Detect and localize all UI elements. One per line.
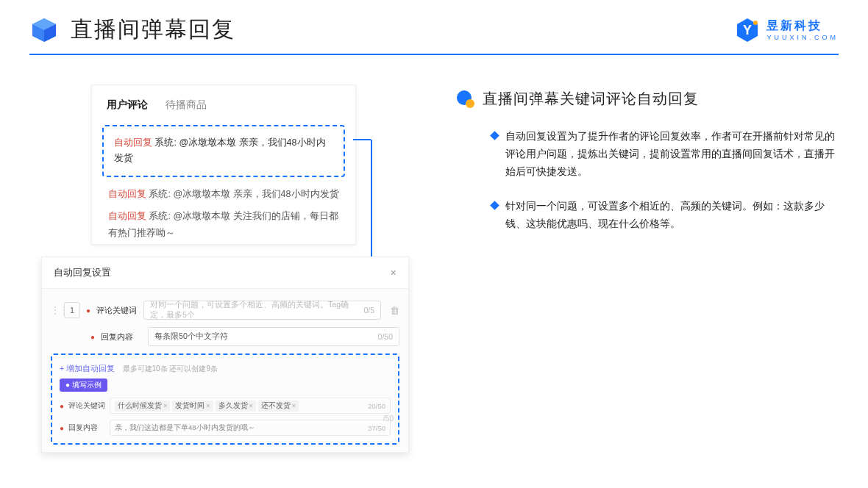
example-reply-input[interactable]: 亲，我们这边都是下单48小时内发货的哦～ 37/50 — [110, 420, 391, 436]
brand-name: 昱新科技 — [766, 18, 839, 34]
cube-icon — [29, 15, 59, 45]
close-icon[interactable]: × — [391, 267, 396, 279]
reply-label: 回复内容 — [101, 331, 142, 342]
comments-card: 用户评论 待播商品 自动回复 系统: @冰墩墩本墩 亲亲，我们48小时内发货 自… — [91, 85, 356, 245]
left-column: 用户评论 待播商品 自动回复 系统: @冰墩墩本墩 亲亲，我们48小时内发货 自… — [44, 85, 412, 453]
brand-logo: Y 昱新科技 YUUXIN.COM — [734, 17, 839, 43]
example-badge: ● 填写示例 — [60, 378, 107, 392]
tag-remove-icon[interactable]: × — [249, 402, 253, 409]
tag-remove-icon[interactable]: × — [163, 402, 167, 409]
settings-body: ⋮⋮ 1 ● 评论关键词 对同一个问题，可设置多个相近、高频的关键词。Tag确定… — [42, 289, 408, 452]
order-number: 1 — [64, 302, 80, 318]
add-hint: 最多可建10条 还可以创建9条 — [123, 365, 218, 373]
required-icon: ● — [60, 424, 64, 432]
auto-reply-settings-card: 自动回复设置 × ⋮⋮ 1 ● 评论关键词 对同一个问题，可设置多个相近、高频的… — [41, 256, 409, 453]
comment-text: @冰墩墩本墩 亲亲，我们48小时内发货 — [173, 189, 338, 199]
example-reply-text: 亲，我们这边都是下单48小时内发货的哦～ — [115, 423, 255, 433]
example-keyword-label: 评论关键词 — [68, 401, 105, 411]
bullet-item: 针对同一个问题，可设置多个相近的、高频的关键词。例如：这款多少钱、这块能优惠吗、… — [456, 198, 839, 233]
reply-input[interactable]: 每条限50个中文字符 0/50 — [148, 327, 399, 346]
required-icon: ● — [90, 333, 95, 341]
brand-url: YUUXIN.COM — [766, 34, 839, 41]
keyword-tag[interactable]: 多久发货× — [216, 401, 256, 412]
settings-header: 自动回复设置 × — [42, 257, 408, 289]
bullet-text: 针对同一个问题，可设置多个相近的、高频的关键词。例如：这款多少钱、这块能优惠吗、… — [505, 198, 839, 233]
system-prefix: 系统: — [149, 211, 170, 221]
system-prefix: 系统: — [154, 137, 176, 148]
brand-hex-icon: Y — [734, 17, 761, 43]
main-content: 用户评论 待播商品 自动回复 系统: @冰墩墩本墩 亲亲，我们48小时内发货 自… — [0, 55, 868, 453]
page-header: 直播间弹幕回复 Y 昱新科技 YUUXIN.COM — [0, 0, 868, 45]
example-keyword-row: ● 评论关键词 什么时候发货×发货时间×多久发货×还不发货× 20/50 — [60, 398, 391, 414]
keyword-tag[interactable]: 发货时间× — [172, 401, 213, 412]
input-counter: 37/50 — [368, 424, 385, 432]
keyword-tag[interactable]: 还不发货× — [258, 401, 299, 412]
section-heading: 直播间弹幕关键词评论自动回复 — [456, 89, 839, 109]
comment-row: 自动回复 系统: @冰墩墩本墩 关注我们的店铺，每日都有热门推荐呦～ — [92, 205, 355, 244]
keyword-row: ⋮⋮ 1 ● 评论关键词 对同一个问题，可设置多个相近、高频的关键词。Tag确定… — [51, 301, 399, 320]
auto-reply-tag: 自动回复 — [108, 211, 146, 221]
drag-handle-icon[interactable]: ⋮⋮ — [51, 305, 58, 315]
example-block: + 增加自动回复 最多可建10条 还可以创建9条 ● 填写示例 ● 评论关键词 … — [51, 354, 399, 445]
bullet-text: 自动回复设置为了提升作者的评论回复效率，作者可在开播前针对常见的评论用户问题，提… — [505, 128, 839, 180]
reply-row: ● 回复内容 每条限50个中文字符 0/50 — [90, 327, 399, 346]
input-counter: 0/5 — [363, 306, 374, 315]
input-counter: 0/50 — [378, 332, 393, 341]
trash-icon[interactable]: 🗑 — [390, 305, 399, 316]
required-icon: ● — [86, 306, 90, 315]
svg-point-5 — [753, 21, 758, 25]
right-column: 直播间弹幕关键词评论自动回复 自动回复设置为了提升作者的评论回复效率，作者可在开… — [456, 85, 839, 453]
example-reply-row: ● 回复内容 亲，我们这边都是下单48小时内发货的哦～ 37/50 — [60, 420, 391, 436]
keyword-input[interactable]: 对同一个问题，可设置多个相近、高频的关键词。Tag确定，最多5个 0/5 — [143, 301, 381, 320]
diamond-icon — [490, 201, 499, 211]
diamond-icon — [490, 131, 499, 140]
tab-products[interactable]: 待播商品 — [166, 98, 207, 112]
svg-point-7 — [466, 99, 474, 108]
input-placeholder: 对同一个问题，可设置多个相近、高频的关键词。Tag确定，最多5个 — [150, 300, 363, 320]
tag-list: 什么时候发货×发货时间×多久发货×还不发货× — [115, 401, 301, 412]
chat-bubble-icon — [456, 90, 475, 109]
tag-remove-icon[interactable]: × — [206, 402, 210, 409]
system-prefix: 系统: — [149, 189, 170, 199]
bullet-item: 自动回复设置为了提升作者的评论回复效率，作者可在开播前针对常见的评论用户问题，提… — [456, 128, 839, 180]
add-auto-reply-link[interactable]: + 增加自动回复 — [60, 364, 115, 373]
settings-title: 自动回复设置 — [54, 266, 111, 279]
connector-line — [353, 139, 371, 140]
auto-reply-tag: 自动回复 — [108, 189, 146, 199]
keyword-tag[interactable]: 什么时候发货× — [115, 401, 170, 412]
keyword-label: 评论关键词 — [96, 305, 138, 316]
tab-user-comments[interactable]: 用户评论 — [107, 98, 148, 112]
auto-reply-tag: 自动回复 — [114, 137, 152, 148]
svg-text:Y: Y — [743, 23, 752, 37]
highlighted-comment: 自动回复 系统: @冰墩墩本墩 亲亲，我们48小时内发货 — [102, 125, 345, 177]
required-icon: ● — [60, 402, 64, 410]
page-title: 直播间弹幕回复 — [71, 15, 734, 45]
ghost-counter: /50 — [383, 415, 394, 423]
comment-row: 自动回复 系统: @冰墩墩本墩 亲亲，我们48小时内发货 — [92, 183, 355, 206]
section-title: 直播间弹幕关键词评论自动回复 — [483, 89, 699, 109]
example-reply-label: 回复内容 — [68, 423, 105, 433]
card-tabs: 用户评论 待播商品 — [92, 85, 355, 121]
input-counter: 20/50 — [368, 402, 385, 410]
input-value: 每条限50个中文字符 — [154, 331, 228, 342]
example-keyword-input[interactable]: 什么时候发货×发货时间×多久发货×还不发货× 20/50 — [110, 398, 391, 414]
tag-remove-icon[interactable]: × — [292, 402, 296, 409]
